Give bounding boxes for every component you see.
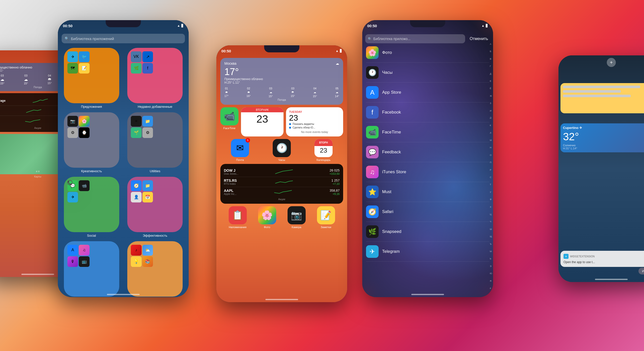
p4-alpha-v: В <box>490 58 492 60</box>
p4-app-photos[interactable]: 🌸 Фото <box>366 43 489 63</box>
p4-cancel-button[interactable]: Отменить <box>468 36 490 42</box>
p2-app-weather: ⛅ <box>142 245 153 256</box>
p3-weather-desc: Преимущественно облачно H:25° L:11° <box>224 77 339 84</box>
phone-4: 00:50 ▲ ▊ 🔍 Библиотека приложо... Отмени… <box>362 20 493 297</box>
p4-app-itunes[interactable]: ♫ iTunes Store <box>366 162 489 182</box>
p4-alpha-j: Й <box>490 117 492 119</box>
phone-2: 00:50 ▲ ▊ 🔍 Библиотека приложений ✈ <box>58 20 189 297</box>
p2-folder-utilities[interactable]: = 📁 🌱 ⚙ Utilities <box>125 112 185 173</box>
p4-alpha-o: О <box>490 154 492 156</box>
p4-notch <box>410 20 445 27</box>
p4-app-telegram[interactable]: ✈ Telegram <box>366 242 489 262</box>
p2-folder-efficiency[interactable]: 🧭 📁 👤 📅 Эффективность <box>125 177 185 237</box>
p4-app-snapseed[interactable]: 🌿 Snapseed <box>366 222 489 242</box>
p4-telegram-label: Telegram <box>382 249 400 254</box>
p3-temp: 17° <box>224 66 339 77</box>
p2-folder-suggestions-label: Предложения <box>81 105 102 109</box>
p3-content: Москва ☁ 17° Преимущественно облачно H:2… <box>216 58 347 229</box>
p4-alpha-b: Б <box>490 50 492 53</box>
p4-app-feedback[interactable]: 💬 Feedback <box>366 142 489 162</box>
p2-app-camera: 📷 <box>67 116 78 127</box>
p5-tg-label: WIDGETEXTENSION <box>570 255 595 258</box>
p3-clock-icon: 🕐 <box>273 139 291 157</box>
p4-app-facebook[interactable]: f Facebook <box>366 102 489 122</box>
p3-home-indicator <box>265 299 298 300</box>
p3-mail-app[interactable]: ✉ 5 Почта <box>231 139 249 161</box>
p1-stock-3-chart <box>25 118 40 124</box>
p2-folder-suggestions-box: ✈ 🐦 🗺 📝 <box>64 48 119 103</box>
p4-alpha-yo: Ё <box>490 87 492 90</box>
p2-folder-social-label: Social <box>87 234 96 237</box>
p3-stock-2-name: RTS.RS <box>224 179 237 183</box>
p3-facetime-app[interactable]: 📹 FaceTime <box>220 107 238 136</box>
p3-app-row-1: 📹 FaceTime Вторник 23 TUESDAY 23 Показат… <box>220 107 343 136</box>
p5-edit-button[interactable]: Изменить <box>638 268 644 274</box>
p3-cal-event-1-text: Показать виджеты <box>293 123 314 125</box>
p2-recent-apps: VK ↗ 🌿 f <box>129 50 154 75</box>
p3-stock-1-desc: Dow Jones... <box>224 172 238 175</box>
p4-feedback-icon: 💬 <box>366 146 379 158</box>
p3-calendar-app[interactable]: ВТОРН 23 Календарь <box>314 139 333 161</box>
p3-stock-1: DOW J Dow Jones... 26 025 +153,50 <box>224 167 340 177</box>
p2-folder-recent-box: VK ↗ 🌿 f <box>127 48 183 103</box>
p2-folder-utilities-box: = 📁 🌱 ⚙ <box>127 112 183 168</box>
p4-app-appstore[interactable]: A App Store <box>366 83 489 102</box>
p3-facetime-label: FaceTime <box>223 127 236 130</box>
p2-folder-bottom1[interactable]: A ♫ 🎙 📺 <box>62 241 122 297</box>
p4-alpha-m: М <box>490 139 492 142</box>
p3-city: Москва <box>224 61 236 65</box>
p2-folder-creative[interactable]: 📷 🌸 ⚙ ⌚ Креативность <box>62 112 122 173</box>
p2-folder-bottom2[interactable]: ♪ ⛅ 💡 📚 <box>125 241 185 297</box>
p3-cal-dot-1 <box>289 123 291 125</box>
p3-photos-app[interactable]: 🌸 Фото <box>258 206 276 229</box>
p3-hour-5: 04☁15° <box>313 87 317 98</box>
p4-alpha-p: П <box>490 161 492 164</box>
p1-map-label: и я <box>36 170 39 173</box>
p2-app-fb: f <box>142 63 153 74</box>
p2-status-icons: ▲ ▊ <box>177 24 184 27</box>
p3-notes-app[interactable]: 📝 Заметки <box>317 206 335 229</box>
p4-app-must[interactable]: ⭐ Must <box>366 182 489 202</box>
p5-add-widget-button[interactable]: + <box>607 58 616 67</box>
p2-folder-efficiency-label: Эффективность <box>143 234 167 237</box>
p4-app-facetime[interactable]: 📹 FaceTime <box>366 122 489 142</box>
p3-cal-header: Вторник <box>241 107 284 112</box>
p3-cal-event-2: Сделать обзор iO... <box>289 126 340 129</box>
p4-alpha-ya: Я <box>490 280 492 282</box>
p4-app-clock[interactable]: 🕐 Часы <box>366 63 489 83</box>
p2-folder-recent[interactable]: VK ↗ 🌿 f Недавно добавленные <box>125 48 185 109</box>
p5-note-line-2 <box>563 90 621 93</box>
p5-weather-widget: Cupertino ✈ 32° Солнечно H:31° L:14° <box>560 123 644 152</box>
p4-alpha-f: Ф <box>490 198 492 201</box>
p3-stock-1-chart <box>275 169 293 175</box>
p4-appstore-icon: A <box>366 86 379 99</box>
p3-calendar-label: Календарь <box>316 158 331 161</box>
p2-folder-social[interactable]: 📞 💬 📹 ✈ Social <box>62 177 122 237</box>
p4-search-bar[interactable]: 🔍 Библиотека приложо... <box>365 34 465 43</box>
p3-notch <box>264 45 299 52</box>
p3-stock-3-desc: Apple Inc... <box>224 193 236 195</box>
p2-folder-suggestions[interactable]: ✈ 🐦 🗺 📝 Предложения <box>62 48 122 109</box>
p2-app-blue: ↗ <box>142 51 153 62</box>
p3-reminders-app[interactable]: 📋 Напоминания <box>229 206 247 229</box>
p3-clock-app[interactable]: 🕐 Часы <box>273 139 291 161</box>
p4-alpha-a: А <box>490 43 492 45</box>
p2-wifi-icon: ▲ <box>177 24 180 27</box>
p5-weather-temp: 32° <box>563 131 644 143</box>
p3-cal-day: TUESDAY <box>289 110 340 113</box>
p2-app-twitter: 🐦 <box>79 51 90 62</box>
p4-app-safari[interactable]: 🧭 Safari <box>366 202 489 222</box>
phone-4-screen: 00:50 ▲ ▊ 🔍 Библиотека приложо... Отмени… <box>362 20 493 297</box>
p4-itunes-label: iTunes Store <box>382 169 406 174</box>
p3-camera-app[interactable]: 📷 Камера <box>288 206 306 229</box>
p4-itunes-icon: ♫ <box>366 166 379 178</box>
p4-photos-label: Фото <box>382 50 392 55</box>
p4-alpha-i: И <box>490 110 492 112</box>
p3-stock-1-name: DOW J <box>224 168 238 172</box>
p4-alpha-yu: Ю <box>490 272 492 275</box>
p2-search-bar[interactable]: 🔍 Библиотека приложений <box>62 34 185 43</box>
p1-hour-2: 03☁15° <box>24 74 28 85</box>
p4-clock-label: Часы <box>382 70 393 75</box>
p4-alpha-g: Г <box>490 65 492 67</box>
p3-reminders-icon: 📋 <box>229 206 247 224</box>
